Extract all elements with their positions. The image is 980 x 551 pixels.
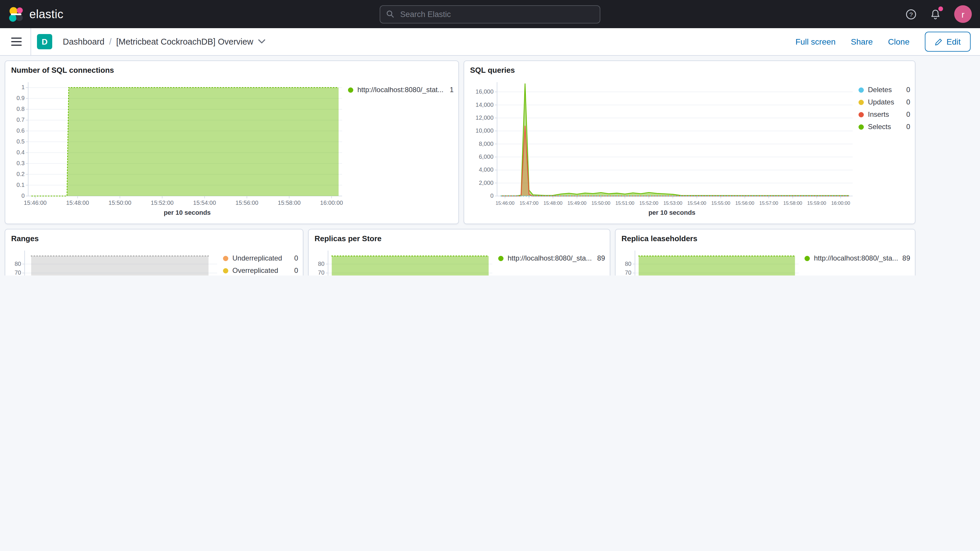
sql-queries-area-chart[interactable]: 02,0004,0006,0008,00010,00012,00014,0001… [470, 78, 859, 209]
chart-legend: Deletes0Updates0Inserts0Selects0 [859, 78, 910, 219]
svg-text:0.1: 0.1 [16, 182, 25, 188]
svg-text:0.3: 0.3 [16, 160, 25, 166]
kibana-app: elastic ? r [0, 0, 980, 276]
legend-value: 1 [450, 86, 453, 94]
svg-text:6,000: 6,000 [479, 153, 493, 160]
panel-title[interactable]: Replicas per Store [315, 234, 605, 246]
replica-leaseholders-area-chart[interactable]: 0102030405060708015:46:0015:49:0015:52:0… [622, 246, 805, 276]
chevron-down-icon[interactable] [258, 39, 265, 44]
chart-legend: http://localhost:8080/_stat...1 [348, 78, 453, 219]
legend-item[interactable]: http://localhost:8080/_sta...89 [498, 253, 605, 263]
app-navbar: D Dashboard / [Metricbeat CockroachDB] O… [0, 28, 980, 56]
svg-text:15:50:00: 15:50:00 [592, 201, 611, 206]
svg-text:0.5: 0.5 [16, 138, 25, 145]
x-axis-label: per 10 seconds [11, 209, 348, 219]
svg-text:80: 80 [15, 261, 21, 267]
panel-title[interactable]: Replica leaseholders [622, 234, 910, 246]
svg-text:0: 0 [21, 193, 25, 199]
svg-text:15:54:00: 15:54:00 [687, 201, 706, 206]
replicas-per-store-area-chart[interactable]: 0102030405060708015:46:0015:49:0015:52:0… [315, 246, 498, 276]
chart-legend: http://localhost:8080/_sta...89 [498, 246, 605, 276]
edit-button[interactable]: Edit [925, 32, 970, 52]
series-color-dot [348, 87, 353, 92]
chart-legend: Underreplicated0Overreplicated0Unavailab… [223, 246, 298, 276]
legend-label: http://localhost:8080/_sta... [814, 254, 898, 262]
svg-text:15:58:00: 15:58:00 [783, 201, 802, 206]
search-icon [386, 10, 395, 18]
series-color-dot [223, 268, 228, 273]
legend-label: Overreplicated [232, 266, 290, 275]
legend-item[interactable]: http://localhost:8080/_sta...89 [805, 253, 910, 263]
ranges-area-chart[interactable]: 0102030405060708015:46:0015:48:0015:50:0… [11, 246, 223, 276]
svg-text:12,000: 12,000 [476, 115, 493, 121]
help-button[interactable]: ? [905, 8, 916, 20]
elastic-logo-icon [8, 6, 24, 22]
svg-text:80: 80 [318, 261, 325, 267]
svg-text:?: ? [909, 11, 913, 18]
svg-text:15:57:00: 15:57:00 [759, 201, 778, 206]
breadcrumb-dashboard[interactable]: Dashboard [63, 37, 105, 46]
page-title[interactable]: [Metricbeat CockroachDB] Overview [116, 37, 253, 46]
legend-label: http://localhost:8080/_stat... [357, 86, 446, 94]
legend-item[interactable]: Overreplicated0 [223, 265, 298, 276]
legend-label: http://localhost:8080/_sta... [508, 254, 593, 262]
elastic-brand[interactable]: elastic [8, 6, 64, 22]
chart-legend: http://localhost:8080/_sta...89 [805, 246, 910, 276]
main-menu-button[interactable] [6, 28, 31, 55]
svg-text:0.6: 0.6 [16, 127, 25, 134]
user-avatar[interactable]: r [954, 5, 972, 23]
global-search[interactable] [380, 5, 600, 23]
header-actions: ? r [905, 5, 972, 23]
svg-text:15:46:00: 15:46:00 [496, 201, 515, 206]
legend-value: 0 [906, 110, 910, 118]
svg-text:16:00:00: 16:00:00 [320, 199, 343, 206]
legend-label: Updates [868, 98, 902, 106]
svg-text:15:59:00: 15:59:00 [807, 201, 826, 206]
dashboard-actions: Full screen Share Clone Edit [795, 32, 970, 52]
legend-item[interactable]: Deletes0 [859, 84, 910, 95]
hamburger-icon [11, 38, 22, 46]
breadcrumb-separator: / [109, 37, 111, 46]
panel-title[interactable]: Ranges [11, 234, 298, 246]
svg-text:15:56:00: 15:56:00 [235, 199, 258, 206]
svg-text:0.7: 0.7 [16, 116, 25, 123]
svg-text:16:00:00: 16:00:00 [831, 201, 850, 206]
legend-value: 0 [906, 86, 910, 94]
search-input[interactable] [399, 9, 594, 19]
legend-value: 0 [906, 123, 910, 131]
sql-connections-area-chart[interactable]: 00.10.20.30.40.50.60.70.80.9115:46:0015:… [11, 78, 348, 209]
panel-title[interactable]: SQL queries [470, 66, 910, 78]
series-color-dot [859, 99, 864, 105]
svg-text:15:48:00: 15:48:00 [543, 201, 563, 206]
legend-item[interactable]: Underreplicated0 [223, 253, 298, 263]
clone-link[interactable]: Clone [888, 37, 910, 46]
help-icon: ? [905, 8, 916, 20]
legend-item[interactable]: Inserts0 [859, 109, 910, 120]
notifications-button[interactable] [929, 8, 941, 20]
dashboard-grid: Number of SQL connections 00.10.20.30.40… [5, 61, 915, 276]
svg-text:15:51:00: 15:51:00 [616, 201, 635, 206]
svg-text:14,000: 14,000 [476, 102, 493, 108]
legend-item[interactable]: Selects0 [859, 121, 910, 132]
legend-value: 0 [294, 266, 298, 275]
panel-replicas-per-store: Replicas per Store 0102030405060708015:4… [308, 229, 610, 276]
panel-number-of-sql-connections: Number of SQL connections 00.10.20.30.40… [5, 61, 459, 224]
panel-replica-leaseholders: Replica leaseholders 0102030405060708015… [615, 229, 915, 276]
svg-text:70: 70 [15, 269, 21, 276]
svg-text:15:48:00: 15:48:00 [66, 199, 89, 206]
legend-item[interactable]: Updates0 [859, 97, 910, 107]
dashboard-app-badge[interactable]: D [37, 34, 52, 49]
panel-title[interactable]: Number of SQL connections [11, 66, 453, 78]
brand-text: elastic [29, 7, 64, 21]
svg-text:4,000: 4,000 [479, 166, 493, 173]
svg-text:15:54:00: 15:54:00 [193, 199, 216, 206]
svg-text:15:58:00: 15:58:00 [278, 199, 301, 206]
svg-text:0.8: 0.8 [16, 106, 25, 112]
full-screen-link[interactable]: Full screen [795, 37, 836, 46]
notification-dot [938, 6, 943, 11]
legend-item[interactable]: http://localhost:8080/_stat...1 [348, 84, 453, 95]
svg-text:8,000: 8,000 [479, 140, 493, 147]
share-link[interactable]: Share [851, 37, 873, 46]
svg-text:0.4: 0.4 [16, 149, 25, 156]
svg-text:10,000: 10,000 [476, 127, 493, 134]
